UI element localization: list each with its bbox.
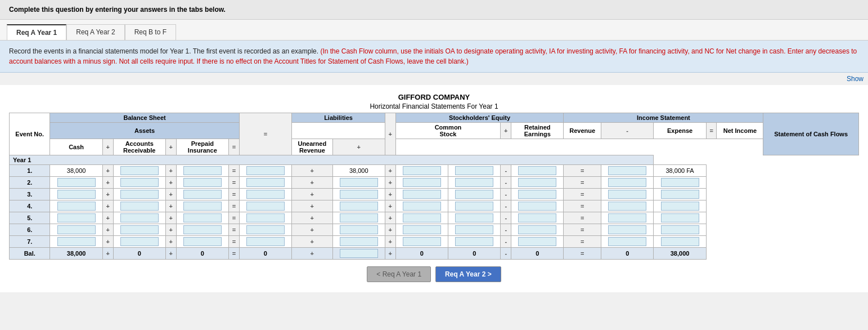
common-4[interactable] [332, 200, 385, 212]
eq-operator-2: = [706, 123, 717, 139]
show-link[interactable]: Show [0, 73, 868, 85]
plus-1: + [102, 165, 113, 177]
expense-5[interactable] [511, 212, 564, 224]
net-income-2[interactable] [601, 177, 654, 189]
cash-flow-5[interactable] [654, 212, 706, 224]
revenue-7[interactable] [448, 236, 501, 248]
company-title: GIFFORD COMPANY [9, 91, 859, 102]
company-subtitle: Horizontal Financial Statements For Year… [9, 102, 859, 113]
ar-col-header: AccountsReceivable [113, 139, 165, 155]
prepaid-6[interactable] [176, 224, 228, 236]
unearned-7[interactable] [239, 236, 291, 248]
ar-2[interactable] [113, 177, 165, 189]
ar-3[interactable] [113, 189, 165, 200]
bal-expense: 0 [511, 248, 564, 260]
plus-4: + [385, 165, 395, 177]
revenue-5[interactable] [448, 212, 501, 224]
expense-1[interactable] [511, 165, 564, 177]
revenue-2[interactable] [448, 177, 501, 189]
cash-4[interactable] [50, 200, 102, 212]
revenue-3[interactable] [448, 189, 501, 200]
cash-flow-2[interactable] [654, 177, 706, 189]
prepaid-5[interactable] [176, 212, 228, 224]
retained-5[interactable] [395, 212, 448, 224]
unearned-2[interactable] [239, 177, 291, 189]
cash-flow-6[interactable] [654, 224, 706, 236]
revenue-4[interactable] [448, 200, 501, 212]
unearned-1[interactable] [239, 165, 291, 177]
cash-5[interactable] [50, 212, 102, 224]
net-income-6[interactable] [601, 224, 654, 236]
bal-cash: 38,000 [50, 248, 102, 260]
expense-7[interactable] [511, 236, 564, 248]
liabilities-header: Liabilities [292, 113, 385, 123]
common-stock-label: CommonStock [395, 123, 501, 139]
unearned-4[interactable] [239, 200, 291, 212]
balance-row: Bal. 38,000 + 0 + 0 = 0 + + 0 0 - 0 = 0 [10, 248, 859, 260]
next-button[interactable]: Req A Year 2 > [435, 266, 501, 282]
balance-sheet-header: Balance Sheet [50, 113, 239, 123]
ar-4[interactable] [113, 200, 165, 212]
table-row: 1. 38,000 + + = + 38,000 + - = [10, 165, 859, 177]
common-2[interactable] [332, 177, 385, 189]
net-income-1[interactable] [601, 165, 654, 177]
cash-6[interactable] [50, 224, 102, 236]
event-no-5: 5. [10, 212, 50, 224]
common-6[interactable] [332, 224, 385, 236]
net-income-3[interactable] [601, 189, 654, 200]
cash-flow-4[interactable] [654, 200, 706, 212]
retained-7[interactable] [395, 236, 448, 248]
cash-col-header: Cash [50, 139, 102, 155]
prev-button[interactable]: < Req A Year 1 [367, 266, 431, 282]
plus-op-2: + [165, 139, 176, 155]
tab-req-a-year-2[interactable]: Req A Year 2 [66, 24, 124, 40]
prepaid-1[interactable] [176, 165, 228, 177]
plus-3: + [292, 165, 332, 177]
ar-1[interactable] [113, 165, 165, 177]
bal-net-income: 0 [601, 248, 654, 260]
table-row: 3. + + = + + - = [10, 189, 859, 200]
cash-3[interactable] [50, 189, 102, 200]
cash-flow-3[interactable] [654, 189, 706, 200]
tab-req-a-year-1[interactable]: Req A Year 1 [7, 24, 66, 40]
prepaid-7[interactable] [176, 236, 228, 248]
expense-2[interactable] [511, 177, 564, 189]
cash-7[interactable] [50, 236, 102, 248]
income-statement-header: Income Statement [564, 113, 763, 123]
expense-3[interactable] [511, 189, 564, 200]
nav-buttons: < Req A Year 1 Req A Year 2 > [9, 260, 859, 287]
revenue-1[interactable] [448, 165, 501, 177]
table-row: 2. + + = + + - = [10, 177, 859, 189]
revenue-6[interactable] [448, 224, 501, 236]
revenue-label: Revenue [564, 123, 601, 139]
prepaid-4[interactable] [176, 200, 228, 212]
expense-6[interactable] [511, 224, 564, 236]
net-income-5[interactable] [601, 212, 654, 224]
prepaid-2[interactable] [176, 177, 228, 189]
common-3[interactable] [332, 189, 385, 200]
retained-1[interactable] [395, 165, 448, 177]
common-7[interactable] [332, 236, 385, 248]
ar-7[interactable] [113, 236, 165, 248]
tab-req-b-to-f[interactable]: Req B to F [125, 24, 176, 40]
retained-2[interactable] [395, 177, 448, 189]
cash-2[interactable] [50, 177, 102, 189]
common-5[interactable] [332, 212, 385, 224]
bal-common[interactable] [332, 248, 385, 260]
retained-3[interactable] [395, 189, 448, 200]
retained-4[interactable] [395, 200, 448, 212]
unearned-3[interactable] [239, 189, 291, 200]
cash-flow-7[interactable] [654, 236, 706, 248]
prepaid-3[interactable] [176, 189, 228, 200]
net-income-7[interactable] [601, 236, 654, 248]
ar-6[interactable] [113, 224, 165, 236]
ar-5[interactable] [113, 212, 165, 224]
retained-6[interactable] [395, 224, 448, 236]
bal-revenue: 0 [448, 248, 501, 260]
expense-4[interactable] [511, 200, 564, 212]
common-1: 38,000 [332, 165, 385, 177]
unearned-6[interactable] [239, 224, 291, 236]
unearned-5[interactable] [239, 212, 291, 224]
cash-flow-1: 38,000 FA [654, 165, 706, 177]
net-income-4[interactable] [601, 200, 654, 212]
